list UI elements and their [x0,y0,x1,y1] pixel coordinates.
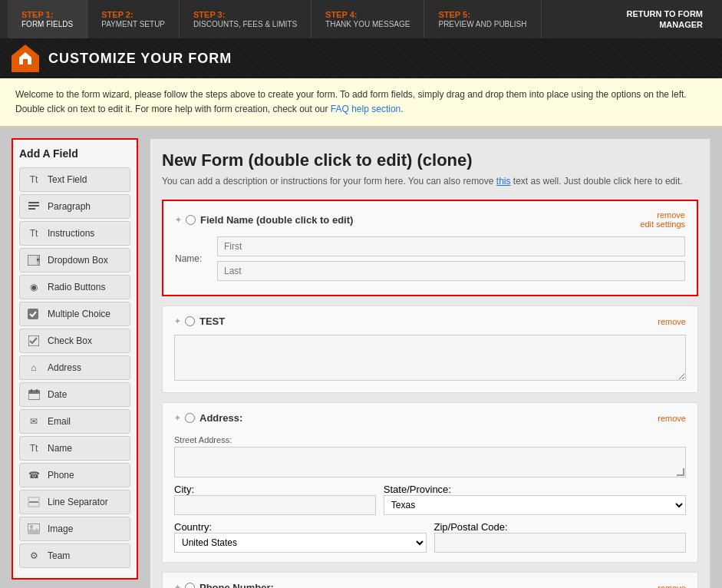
sidebar-item-label: Email [48,416,71,427]
step-3-num: STEP 3: [193,10,297,19]
street-input[interactable] [174,447,686,477]
main-layout: Add A Field Tt Text Field Paragraph Tt I… [0,127,722,588]
step-1-label: FORM FIELDS [21,20,73,28]
form-title[interactable]: New Form (double click to edit) (clone) [162,150,698,170]
field-test-header-left: ✦ TEST [174,315,225,327]
sidebar-item-label: Check Box [48,335,92,346]
paragraph-icon [26,199,41,214]
step-4-num: STEP 4: [325,10,410,19]
dropdown-box-icon: ▼ [26,253,41,268]
sidebar-item-date[interactable]: Date [19,382,130,407]
city-input[interactable] [174,495,376,515]
step-3[interactable]: STEP 3: DISCOUNTS, FEES & LIMITS [180,0,312,38]
sidebar-item-check-box[interactable]: Check Box [19,329,130,353]
last-name-input[interactable] [217,261,685,281]
remove-link[interactable]: this [496,176,511,187]
team-icon: ⚙ [26,548,41,563]
header-bar: CUSTOMIZE YOUR FORM [0,38,722,78]
drag-handle[interactable]: ✦ [174,583,180,588]
field-block-address: ✦ Address: remove Street Address: [162,402,698,563]
state-label: State/Province: [384,484,451,495]
step-4[interactable]: STEP 4: THANK YOU MESSAGE [312,0,424,38]
state-select[interactable]: Texas [384,495,686,515]
svg-rect-12 [28,391,40,394]
field-test-label[interactable]: TEST [199,315,225,327]
form-description[interactable]: You can add a description or instruction… [162,174,698,188]
sidebar-item-multiple-choice[interactable]: Multiple Choice [19,302,130,326]
sidebar-item-label: Line Separator [48,497,108,507]
country-select[interactable]: United States [174,533,427,553]
sidebar-item-label: Radio Buttons [48,282,105,292]
step-5[interactable]: STEP 5: PREVIEW AND PUBLISH [424,0,541,38]
street-address-row: Street Address: [174,435,686,477]
test-textarea[interactable] [174,335,686,381]
field-required-radio[interactable] [185,583,195,588]
field-required-radio[interactable] [186,215,196,225]
drag-handle[interactable]: ✦ [175,216,181,224]
resize-handle [677,468,684,476]
field-name-row: Name: [175,236,685,281]
sidebar-item-dropdown-box[interactable]: ▼ Dropdown Box [19,248,130,273]
sidebar-item-team[interactable]: ⚙ Team [19,543,130,568]
step-2[interactable]: STEP 2: PAYMENT SETUP [87,0,180,38]
zip-col: Zip/Postal Code: [434,521,687,553]
field-phone-label[interactable]: Phone Number: [199,582,274,588]
sidebar-item-instructions[interactable]: Tt Instructions [19,221,130,246]
step-5-label: PREVIEW AND PUBLISH [438,20,526,28]
sidebar-item-text-field[interactable]: Tt Text Field [19,167,130,192]
line-separator-icon [26,494,41,510]
step-1[interactable]: STEP 1: FORM FIELDS [8,0,87,38]
zip-input[interactable] [434,533,687,553]
sidebar-item-email[interactable]: ✉ Email [19,409,130,434]
remove-field-link[interactable]: remove [658,583,686,588]
remove-field-link[interactable]: remove [658,414,686,423]
add-field-sidebar: Add A Field Tt Text Field Paragraph Tt I… [12,138,138,580]
sidebar-item-label: Date [48,389,67,400]
field-required-radio[interactable] [185,316,195,326]
step-2-label: PAYMENT SETUP [101,20,165,28]
sidebar-item-name[interactable]: Tt Name [19,436,130,461]
image-icon [26,521,41,537]
drag-handle[interactable]: ✦ [174,414,180,422]
first-name-input[interactable] [217,236,685,256]
country-zip-row: Country: United States Zip/Postal Code: [174,521,686,553]
check-box-icon [26,333,41,349]
sidebar-item-line-separator[interactable]: Line Separator [19,490,130,514]
edit-settings-link[interactable]: edit settings [640,220,685,229]
field-block-phone: ✦ Phone Number: remove (123) 456-7890 [162,572,698,588]
radio-buttons-icon: ◉ [26,279,41,295]
city-state-row: City: State/Province: Texas [174,484,686,515]
street-label: Street Address: [174,435,686,444]
drag-handle[interactable]: ✦ [174,317,180,325]
info-banner: Welcome to the form wizard, please follo… [0,78,722,127]
step-1-num: STEP 1: [21,10,73,19]
home-icon[interactable] [12,45,39,72]
remove-field-link[interactable]: remove [657,210,685,220]
svg-text:▼: ▼ [35,257,40,263]
page-title: CUSTOMIZE YOUR FORM [48,51,232,67]
sidebar-item-address[interactable]: ⌂ Address [19,355,130,380]
sidebar-item-label: Address [48,362,81,373]
field-address-label[interactable]: Address: [199,412,242,424]
field-required-radio[interactable] [185,413,195,423]
remove-field-link[interactable]: remove [658,317,686,326]
svg-rect-3 [28,205,39,206]
sidebar-item-image[interactable]: Image [19,517,130,541]
city-label: City: [174,484,194,495]
top-nav: STEP 1: FORM FIELDS STEP 2: PAYMENT SETU… [0,0,722,38]
text-field-icon: Tt [26,172,41,187]
sidebar-item-paragraph[interactable]: Paragraph [19,194,130,219]
return-to-form-manager-button[interactable]: RETURN TO FORMMANAGER [615,0,714,38]
sidebar-item-label: Phone [48,470,74,481]
multiple-choice-icon [26,306,41,322]
svg-rect-4 [28,208,35,210]
sidebar-item-phone[interactable]: ☎ Phone [19,463,130,487]
faq-link[interactable]: FAQ help section [331,104,401,114]
sidebar-item-label: Dropdown Box [48,255,108,266]
field-name-label[interactable]: Field Name (double click to edit) [200,214,353,226]
form-content-area: New Form (double click to edit) (clone) … [150,138,710,588]
address-icon: ⌂ [26,360,41,375]
sidebar-item-radio-buttons[interactable]: ◉ Radio Buttons [19,275,130,299]
svg-rect-1 [23,59,28,64]
svg-rect-2 [28,202,39,203]
